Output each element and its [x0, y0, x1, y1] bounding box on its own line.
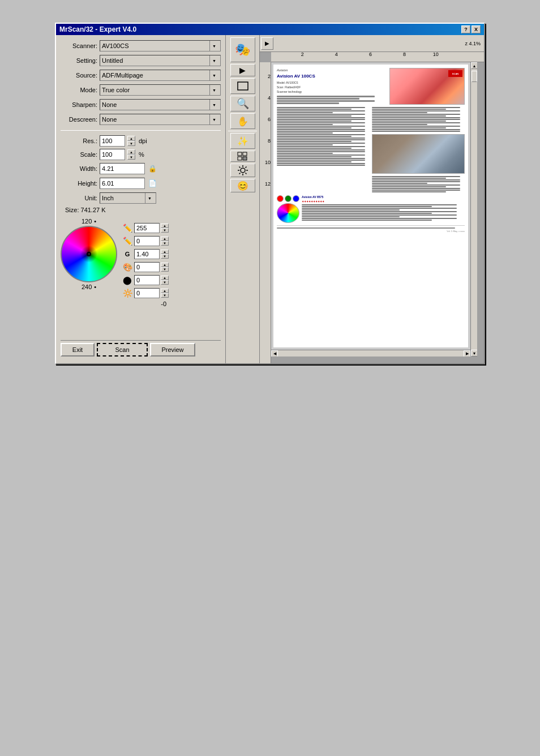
brightness-spin: ▲ ▼: [161, 224, 169, 233]
res-unit: dpi: [139, 138, 147, 144]
unit-dropdown[interactable]: Inch ▼: [100, 192, 156, 204]
scan-button[interactable]: Scan: [97, 343, 148, 356]
scanner-dropdown-arrow[interactable]: ▼: [209, 41, 218, 51]
neg0-label: -0: [161, 300, 166, 307]
unit-label: Unit:: [61, 195, 97, 201]
scrollbar-thumb[interactable]: [472, 71, 477, 82]
main-content: Scanner: AV100CS ▼ Setting: Untitled ▼ S…: [56, 35, 484, 363]
scale-spin-up[interactable]: ▲: [127, 149, 135, 154]
magnify-icon-btn[interactable]: 🔍: [230, 96, 255, 111]
arrow-tool-btn[interactable]: ▶: [261, 37, 273, 50]
svg-rect-1: [238, 152, 242, 156]
scanner-icon-btn[interactable]: 🎭: [230, 37, 255, 62]
scroll-right-btn[interactable]: ▶: [464, 350, 470, 357]
sat-row: ⬤ 0 ▲ ▼: [122, 274, 169, 286]
hue-up[interactable]: ▲: [161, 263, 169, 267]
left-ruler-2: 2: [268, 74, 271, 79]
mode-row: Mode: True color ▼: [61, 84, 221, 96]
res-input[interactable]: 100: [100, 135, 125, 147]
sat-down[interactable]: ▼: [161, 280, 169, 285]
left-ruler-10: 10: [265, 160, 271, 165]
source-label: Source:: [61, 72, 97, 79]
scale-row: Scale: 100 ▲ ▼ %: [61, 149, 221, 160]
scanner-row: Scanner: AV100CS ▼: [61, 40, 221, 52]
close-button[interactable]: X: [472, 25, 481, 33]
color-wheel[interactable]: [61, 226, 117, 282]
grid-icon-btn[interactable]: [230, 151, 255, 162]
gamma-down[interactable]: ▼: [161, 254, 169, 259]
unit-dropdown-arrow[interactable]: ▼: [145, 193, 154, 203]
hand-icon-btn[interactable]: ✋: [230, 113, 255, 129]
val-240: 240: [82, 284, 92, 290]
preview-button[interactable]: Preview: [150, 343, 195, 356]
gamma-icon: G: [122, 248, 133, 260]
preview-content: Avision Avision AV 100CS Model: AV100CS …: [271, 62, 477, 356]
source-dropdown-arrow[interactable]: ▼: [209, 70, 218, 80]
sharpen-dropdown-arrow[interactable]: ▼: [209, 100, 218, 110]
scrollbar-horizontal[interactable]: ◀ ▶: [271, 350, 470, 356]
setting-dropdown[interactable]: Untitled ▼: [100, 55, 221, 66]
ruler-tick-8: 8: [403, 52, 406, 57]
hue-down[interactable]: ▼: [161, 267, 169, 272]
scroll-down-btn[interactable]: ▼: [471, 350, 477, 356]
brightness-down[interactable]: ▼: [161, 228, 169, 233]
mode-dropdown[interactable]: True color ▼: [100, 84, 221, 96]
scale-spin: ▲ ▼: [127, 149, 135, 160]
svg-rect-2: [243, 152, 247, 156]
shadow-input[interactable]: 0: [134, 288, 160, 298]
icons-strip: 🎭 ▶ 🔍 ✋ ✨: [226, 35, 260, 363]
scale-spin-down[interactable]: ▼: [127, 154, 135, 160]
play-icon-btn[interactable]: ▶: [230, 64, 255, 76]
ruler-tick-2: 2: [301, 52, 304, 57]
descreen-dropdown-arrow[interactable]: ▼: [209, 114, 218, 124]
sat-spin: ▲ ▼: [161, 276, 169, 285]
scroll-left-btn[interactable]: ◀: [271, 350, 278, 357]
descreen-dropdown[interactable]: None ▼: [100, 114, 221, 125]
brightness-input[interactable]: 255: [134, 223, 160, 233]
sharpen-label: Sharpen:: [61, 101, 97, 108]
contrast-input[interactable]: 0: [134, 236, 160, 246]
width-input[interactable]: 4.21: [100, 163, 145, 174]
left-ruler-6: 6: [268, 117, 271, 122]
shadow-row: 🔆 0 ▲ ▼: [122, 287, 169, 299]
shadow-up[interactable]: ▲: [161, 289, 169, 293]
scrollbar-vertical[interactable]: ▲ ▼: [470, 62, 477, 356]
gamma-input[interactable]: 1.40: [134, 249, 160, 259]
sun-icon-btn[interactable]: [230, 164, 255, 177]
shadow-down[interactable]: ▼: [161, 293, 169, 298]
height-input[interactable]: 6.01: [100, 178, 145, 189]
sharpen-value: None: [102, 101, 117, 108]
brightness-up[interactable]: ▲: [161, 224, 169, 228]
unit-row: Unit: Inch ▼: [61, 192, 221, 204]
scale-input[interactable]: 100: [100, 149, 125, 160]
scanner-dropdown[interactable]: AV100CS ▼: [100, 40, 221, 51]
descreen-row: Descreen: None ▼: [61, 113, 221, 126]
contrast-down[interactable]: ▼: [161, 241, 169, 246]
res-spin-up[interactable]: ▲: [127, 136, 135, 141]
sharpen-dropdown[interactable]: None ▼: [100, 99, 221, 110]
setting-dropdown-arrow[interactable]: ▼: [209, 55, 218, 66]
contrast-row: ✏️ 0 ▲ ▼: [122, 235, 169, 247]
sat-input[interactable]: 0: [134, 275, 160, 285]
help-button[interactable]: ?: [461, 25, 470, 33]
contrast-up[interactable]: ▲: [161, 237, 169, 241]
ruler-tick-6: 6: [369, 52, 372, 57]
setting-row: Setting: Untitled ▼: [61, 54, 221, 67]
rect-tool-btn[interactable]: [230, 78, 255, 94]
mode-dropdown-arrow[interactable]: ▼: [209, 85, 218, 95]
scroll-up-btn[interactable]: ▲: [471, 62, 477, 69]
smiley-icon-btn[interactable]: 😊: [230, 179, 255, 192]
sat-up[interactable]: ▲: [161, 276, 169, 280]
res-spin-down[interactable]: ▼: [127, 141, 135, 146]
left-ruler-12: 12: [265, 181, 271, 187]
hue-input[interactable]: 0: [134, 262, 160, 272]
source-dropdown[interactable]: ADF/Multipage ▼: [100, 70, 221, 81]
brightness-icon: ✏️: [122, 222, 133, 234]
wand-icon-btn[interactable]: ✨: [230, 133, 255, 149]
scanner-label: Scanner:: [61, 42, 97, 49]
source-value: ADF/Multipage: [102, 72, 143, 79]
title-bar: MrScan/32 - Expert V4.0 ? X: [56, 24, 484, 35]
exit-button[interactable]: Exit: [61, 343, 95, 356]
gamma-spin: ▲ ▼: [161, 250, 169, 259]
gamma-up[interactable]: ▲: [161, 250, 169, 254]
